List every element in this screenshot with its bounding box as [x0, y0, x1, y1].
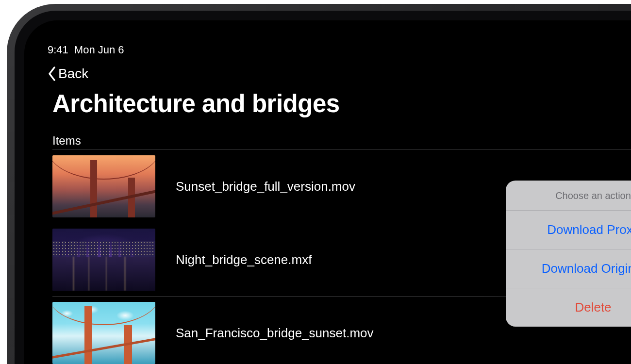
popover-title: Choose an action — [506, 181, 631, 211]
delete-button[interactable]: Delete — [506, 288, 631, 327]
page-title: Architecture and bridges — [52, 89, 340, 118]
device-mockup-backdrop: 9:41 Mon Jun 6 Back Architecture and bri… — [0, 0, 631, 364]
file-name-label: San_Francisco_bridge_sunset.mov — [176, 326, 374, 341]
download-proxy-button[interactable]: Download Proxy — [506, 211, 631, 249]
thumbnail-icon — [52, 155, 155, 217]
status-time: 9:41 — [48, 44, 68, 56]
file-name-label: Night_bridge_scene.mxf — [176, 252, 312, 267]
download-original-button[interactable]: Download Original — [506, 249, 631, 288]
action-popover: Choose an action Download Proxy Download… — [506, 181, 631, 327]
status-bar: 9:41 Mon Jun 6 — [48, 44, 124, 56]
items-section-label: Items — [52, 134, 81, 148]
file-name-label: Sunset_bridge_full_version.mov — [176, 179, 355, 194]
device-screen: 9:41 Mon Jun 6 Back Architecture and bri… — [24, 20, 631, 364]
back-button[interactable]: Back — [48, 66, 88, 82]
thumbnail-icon — [52, 229, 155, 291]
thumbnail-icon — [52, 302, 155, 364]
back-label: Back — [58, 66, 88, 82]
status-date: Mon Jun 6 — [74, 44, 124, 56]
chevron-left-icon — [48, 66, 56, 81]
